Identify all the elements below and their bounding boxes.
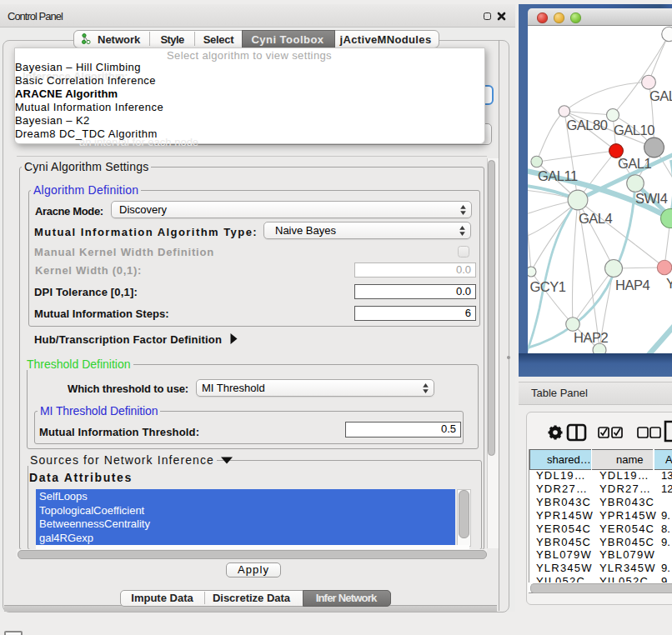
svg-text:HAP4: HAP4 [615, 278, 649, 292]
svg-text:GAL10: GAL10 [614, 122, 654, 138]
svg-text:GCY1: GCY1 [530, 279, 566, 294]
svg-text:GAL2: GAL2 [649, 88, 672, 103]
svg-text:HAP2: HAP2 [574, 330, 608, 345]
svg-text:SWI4: SWI4 [635, 191, 668, 206]
svg-text:GAL80: GAL80 [567, 118, 608, 132]
svg-text:GAL1: GAL1 [618, 156, 652, 171]
svg-text:GAL4: GAL4 [579, 211, 613, 226]
svg-text:GAL11: GAL11 [538, 168, 578, 183]
svg-text:Y: Y [666, 276, 672, 291]
